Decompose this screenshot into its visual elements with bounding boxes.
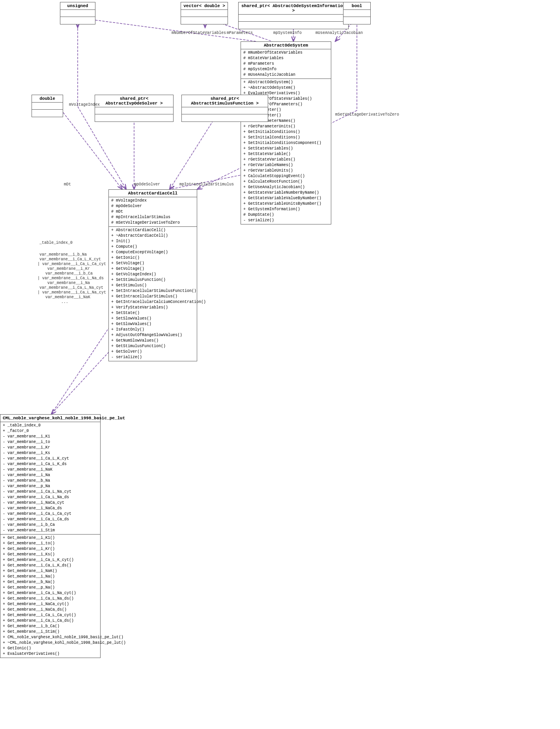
cml-attr-20: - var_membrane__i_Stim [3, 528, 98, 533]
m25: # DumpState() [243, 212, 329, 218]
label-var-i-NaK: var_membrane__i_NaK [45, 295, 90, 299]
cml-noble-methods: + Get_membrane__i_K1() + Get_membrane__i… [0, 535, 100, 658]
m13: + SetStateVariables() [243, 146, 329, 151]
label-var-i-Na: var_membrane__i_Na [47, 281, 90, 285]
shared-ptr-ivp-attr [95, 107, 173, 114]
unsigned-methods [60, 17, 95, 24]
label-mParameters: mParameters [227, 31, 253, 35]
cml-m7: + Get_membrane__i_NaK() [3, 568, 98, 574]
cml-m22: + EvaluateYDerivatives() [3, 651, 98, 657]
m12: + SetInitialConditionsComponent() [243, 140, 329, 146]
cml-attr-6: - var_membrane__i_Ks [3, 450, 98, 456]
cml-attr-2: + _factor_0 [3, 428, 98, 434]
label-mUseAnalyticJacobian: mUseAnalyticJacobian [315, 31, 363, 35]
acc-m21: + GetNumSlowValues() [111, 338, 194, 344]
shared-ptr-ode-info-title: shared_ptr< AbstractOdeSystemInformation… [239, 2, 348, 15]
acc-attr-1: # mVoltageIndex [111, 198, 194, 204]
cml-m20: + ~CML_noble_varghese_kohl_noble_1998_ba… [3, 640, 98, 646]
label-mpSystemInfo: mpSystemInfo [273, 31, 302, 35]
acc-m3: + Init() [111, 239, 194, 244]
acc-m10: + SetStimulusFunction() [111, 277, 194, 283]
cml-attr-11: - var_membrane__b_Na [3, 478, 98, 484]
cml-m1: + Get_membrane__i_K1() [3, 535, 98, 541]
abstract-cardiac-cell-methods: + AbstractCardiacCell() + ~AbstractCardi… [109, 227, 197, 361]
m1: + AbstractOdeSystem() [243, 80, 329, 85]
acc-m13: + GetIntracellularStimulus() [111, 294, 194, 299]
cml-m18: + Get_membrane__i_Stim() [3, 629, 98, 635]
acc-m4: + Compute() [111, 244, 194, 250]
m14: + SetStateVariable() [243, 151, 329, 157]
cml-attr-13: - var_membrane__i_Ca_L_Na_cyt [3, 489, 98, 495]
acc-m9: + GetVoltageIndex() [111, 272, 194, 277]
acc-attr-5: # mSetVoltageDerivativeToZero [111, 220, 194, 226]
cml-m15: + Get_membrane__i_Ca_L_Ca_cyt() [3, 613, 98, 618]
label-var-i-b-Na: var_membrane__i_b_Na [39, 252, 87, 257]
cml-m12: + Get_membrane__i_Ca_L_Na_ds() [3, 596, 98, 602]
label-var-i-Ca-L-Na-cyt2: | var_membrane__i_Ca_L_Na_cyt [37, 290, 106, 295]
bool-box: bool [343, 2, 371, 24]
m23: + GetStateVariableUnitsByNumber() [243, 201, 329, 207]
vector-double-methods [181, 17, 228, 24]
cml-attr-1: + _table_index_0 [3, 423, 98, 428]
m22: + GetStateVariableValueByNumber() [243, 196, 329, 201]
abstract-ode-system-title: AbstractOdeSystem [241, 42, 331, 49]
unsigned-title: unsigned [60, 2, 95, 10]
shared-ptr-stimulus-title: shared_ptr< AbstractStimulusFunction > [182, 95, 268, 107]
cml-m8: + Get_membrane__i_Na() [3, 574, 98, 579]
cml-attr-5: - var_membrane__i_Kr [3, 445, 98, 450]
cml-m2: + Get_membrane__i_to() [3, 541, 98, 546]
label-mSetVoltageDerivativeToZero: mSetVoltageDerivativeToZero [335, 112, 399, 117]
acc-m2: + ~AbstractCardiacCell() [111, 233, 194, 239]
cml-attr-12: - var_membrane__p_Na [3, 484, 98, 489]
cml-attr-8: - var_membrane__i_Ca_L_K_ds [3, 462, 98, 467]
label-var-i-b-Ca: var_membrane__i_b_Ca [45, 271, 93, 276]
m17: + rGetVariableUnits() [243, 168, 329, 174]
double-box: double [32, 95, 63, 117]
acc-m18: + GetSlowValues() [111, 322, 194, 327]
acc-m24: - serialize() [111, 355, 194, 360]
attr-1: # mNumberOfStateVariables [243, 50, 329, 56]
cml-m4: + Get_membrane__i_Ks() [3, 552, 98, 557]
m2: + ~AbstractOdeSystem() [243, 85, 329, 91]
label-var-i-Ca-L-Ca-cyt: | var_membrane__i_Ca_L_Ca_cyt [37, 262, 106, 266]
label-mVoltageIndex: mVoltageIndex [69, 103, 100, 107]
label-dots: ... [61, 300, 68, 304]
acc-m20: + AdjustOutOfRangeSlowValues() [111, 333, 194, 338]
cml-m10: + Get_membrane__p_Na() [3, 585, 98, 591]
cml-m19: + CML_noble_varghese_kohl_noble_1998_bas… [3, 635, 98, 640]
cml-attr-10: - var_membrane__i_Na [3, 473, 98, 478]
acc-m11: + GetStimulus() [111, 283, 194, 288]
shared-ptr-ode-info-methods [239, 22, 348, 29]
shared-ptr-ode-info-box: shared_ptr< AbstractOdeSystemInformation… [238, 2, 349, 29]
cml-noble-attr: + _table_index_0 + _factor_0 - var_membr… [0, 422, 100, 535]
label-var-i-Ca-L-K-cyt: var_membrane__i_Ca_L_K_cyt [39, 257, 101, 262]
cml-attr-17: - var_membrane__i_Ca_L_Ca_cyt [3, 511, 98, 517]
cml-noble-box: CML_noble_varghese_kohl_noble_1998_basic… [0, 414, 101, 658]
cml-attr-18: - var_membrane__i_Ca_L_Ca_ds [3, 517, 98, 522]
shared-ptr-ivp-box: shared_ptr< AbstractIvpOdeSolver > [95, 95, 174, 122]
acc-m15: + VerifyStateVariables() [111, 305, 194, 310]
acc-m22: + GetStimulusFunction() [111, 344, 194, 349]
abstract-cardiac-cell-title: AbstractCardiacCell [109, 190, 197, 197]
label-mpIntracellularStimulus: mpIntracellularStimulus [179, 182, 234, 187]
cml-m17: + Get_membrane__i_b_Ca() [3, 624, 98, 629]
cml-m9: + Get_membrane__b_Na() [3, 579, 98, 585]
shared-ptr-ode-info-attr [239, 15, 348, 22]
cml-attr-15: - var_membrane__i_NaCa_cyt [3, 500, 98, 506]
acc-m1: + AbstractCardiacCell() [111, 228, 194, 233]
acc-m17: + SetSlowValues() [111, 316, 194, 322]
vector-double-box: vector< double > [181, 2, 228, 24]
label-var-i-Ca-L-Na-cyt: var_membrane__i_Ca_L_Na_cyt [39, 286, 103, 290]
m19: + CalculateRootFunction() [243, 179, 329, 185]
label-mNumberOfStateVariables: mNumberOfStateVariables [172, 31, 226, 35]
unsigned-box: unsigned [60, 2, 95, 24]
cml-m5: + Get_membrane__i_Ca_L_K_cyt() [3, 557, 98, 563]
label-var-i-Ca-L-Na-ds: | var_membrane__i_Ca_L_Na_ds [37, 276, 104, 280]
m11: + SetInitialConditions() [243, 135, 329, 140]
attr-5: # mUseAnalyticJacobian [243, 72, 329, 78]
unsigned-attr [60, 10, 95, 17]
vector-double-title: vector< double > [181, 2, 228, 10]
cml-m11: + Get_membrane__i_Ca_L_Na_cyt() [3, 591, 98, 596]
cml-m14: + Get_membrane__i_NaCa_ds() [3, 607, 98, 613]
acc-m8: + GetVoltage() [111, 266, 194, 272]
